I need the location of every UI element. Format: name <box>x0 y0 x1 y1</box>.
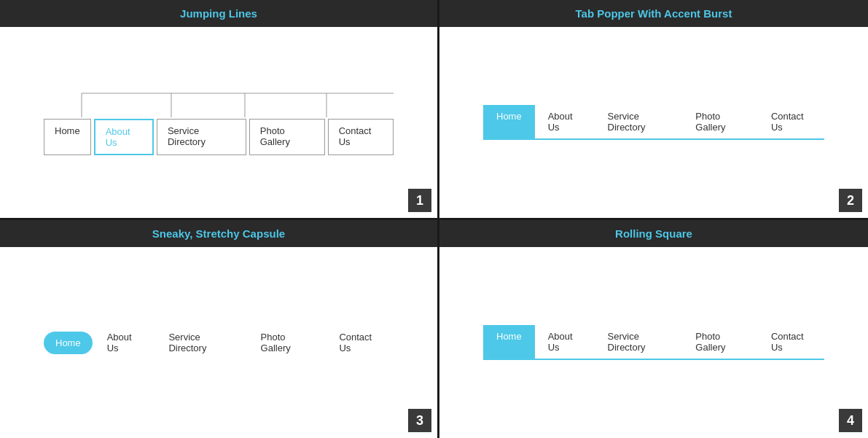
tp-tab-contact[interactable]: Contact Us <box>758 105 824 138</box>
rs-tab-home[interactable]: Home <box>483 325 535 359</box>
sc-tab-photo[interactable]: Photo Gallery <box>249 326 325 359</box>
jl-tab-about[interactable]: About Us <box>94 119 154 155</box>
panel-jumping-lines: Jumping Lines Home About Us Service Dire… <box>0 0 437 218</box>
panel1-title: Jumping Lines <box>0 0 437 27</box>
tp-tab-service[interactable]: Service Directory <box>595 105 683 138</box>
tp-tab-about[interactable]: About Us <box>535 105 595 138</box>
tp-tab-photo[interactable]: Photo Gallery <box>682 105 758 138</box>
tp-tab-home[interactable]: Home <box>483 105 535 138</box>
panel-rolling: Rolling Square Home About Us Service Dir… <box>439 220 868 438</box>
panel-tab-popper: Tab Popper With Accent Burst Home About … <box>439 0 868 218</box>
panel3-content: Home About Us Service Directory Photo Ga… <box>0 247 437 438</box>
panel1-content: Home About Us Service Directory Photo Ga… <box>0 27 437 218</box>
jl-tab-home[interactable]: Home <box>44 119 91 155</box>
sc-tab-contact[interactable]: Contact Us <box>327 326 394 359</box>
jl-tab-service[interactable]: Service Directory <box>157 119 246 155</box>
panel3-number: 3 <box>408 409 431 432</box>
panel2-title: Tab Popper With Accent Burst <box>439 0 868 27</box>
jl-tab-photo[interactable]: Photo Gallery <box>249 119 325 155</box>
panel3-title: Sneaky, Stretchy Capsule <box>0 220 437 247</box>
rs-tab-contact[interactable]: Contact Us <box>758 325 824 359</box>
rs-tab-photo[interactable]: Photo Gallery <box>682 325 758 359</box>
jumping-lines-container: Home About Us Service Directory Photo Ga… <box>44 90 394 155</box>
panel-capsule: Sneaky, Stretchy Capsule Home About Us S… <box>0 220 437 438</box>
panel4-title: Rolling Square <box>439 220 868 247</box>
rs-tab-about[interactable]: About Us <box>535 325 595 359</box>
sc-tab-home[interactable]: Home <box>44 332 93 354</box>
sc-tab-service[interactable]: Service Directory <box>157 326 246 359</box>
jl-tab-contact[interactable]: Contact Us <box>328 119 394 155</box>
panel2-number: 2 <box>839 189 862 212</box>
panel1-number: 1 <box>408 189 431 212</box>
panel4-number: 4 <box>839 409 862 432</box>
connector-lines <box>44 90 394 119</box>
capsule-nav: Home About Us Service Directory Photo Ga… <box>44 326 394 359</box>
rolling-nav: Home About Us Service Directory Photo Ga… <box>483 325 824 360</box>
rs-tab-service[interactable]: Service Directory <box>595 325 683 359</box>
sc-tab-about[interactable]: About Us <box>95 326 155 359</box>
panel2-content: Home About Us Service Directory Photo Ga… <box>439 27 868 218</box>
tab-popper-nav: Home About Us Service Directory Photo Ga… <box>483 105 824 140</box>
panel4-content: Home About Us Service Directory Photo Ga… <box>439 247 868 438</box>
jumping-lines-tabs: Home About Us Service Directory Photo Ga… <box>44 119 394 155</box>
